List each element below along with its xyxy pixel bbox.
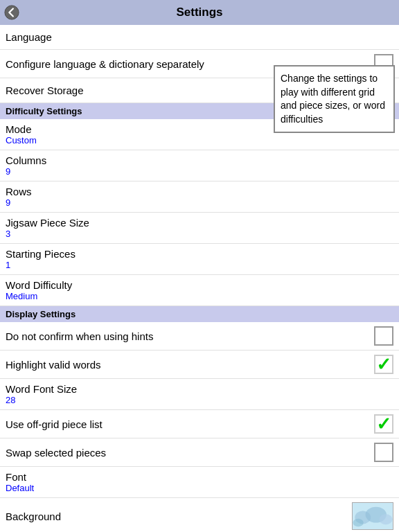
starting-pieces-value: 1 (6, 260, 76, 270)
columns-left: Columns 9 (6, 154, 46, 177)
starting-pieces-left: Starting Pieces 1 (6, 248, 76, 270)
background-right (352, 502, 393, 530)
swap-row[interactable]: Swap selected pieces (0, 438, 399, 467)
title-bar: Settings (0, 0, 399, 25)
jigsaw-left: Jigsaw Piece Size 3 (6, 217, 89, 239)
highlight-checkbox[interactable]: ✓ (374, 355, 393, 374)
background-left: Background (6, 511, 61, 522)
top-section: Language Configure language & dictionary… (0, 25, 399, 103)
off-grid-label: Use off-grid piece list (6, 418, 103, 430)
columns-value: 9 (6, 166, 46, 177)
recover-storage-label: Recover Storage (6, 85, 84, 96)
font-value: Default (6, 483, 34, 493)
background-label: Background (6, 511, 61, 522)
rows-row[interactable]: Rows 9 (0, 181, 399, 213)
word-font-size-row[interactable]: Word Font Size 28 (0, 379, 399, 410)
rows-value: 9 (6, 197, 32, 208)
word-font-size-label: Word Font Size (6, 383, 77, 395)
tooltip-box: Change the settings to play with differe… (274, 65, 395, 133)
no-confirm-label: Do not confirm when using hints (6, 330, 153, 342)
svg-point-4 (380, 514, 393, 524)
no-confirm-right (374, 326, 393, 346)
font-label: Font (6, 471, 34, 483)
word-difficulty-value: Medium (6, 291, 72, 301)
page-title: Settings (176, 6, 222, 19)
swap-label: Swap selected pieces (6, 447, 106, 459)
svg-point-0 (5, 6, 19, 19)
back-button[interactable] (4, 5, 19, 20)
word-font-size-left: Word Font Size 28 (6, 383, 77, 405)
word-difficulty-left: Word Difficulty Medium (6, 279, 72, 301)
display-section-header: Display Settings (0, 306, 399, 322)
word-difficulty-row[interactable]: Word Difficulty Medium (0, 275, 399, 306)
highlight-right: ✓ (374, 355, 393, 374)
highlight-left: Highlight valid words (6, 359, 101, 371)
font-left: Font Default (6, 471, 34, 493)
configure-language-label: Configure language & dictionary separate… (6, 58, 204, 70)
background-thumbnail-svg (353, 503, 393, 529)
off-grid-left: Use off-grid piece list (6, 418, 103, 430)
font-row[interactable]: Font Default (0, 467, 399, 498)
no-confirm-row[interactable]: Do not confirm when using hints (0, 322, 399, 351)
columns-label: Columns (6, 154, 46, 166)
swap-right (374, 443, 393, 462)
difficulty-section-label: Difficulty Settings (6, 106, 82, 116)
display-section-label: Display Settings (6, 309, 76, 319)
language-left: Language (6, 31, 52, 43)
off-grid-checkmark: ✓ (376, 415, 391, 433)
word-font-size-value: 28 (6, 395, 77, 405)
jigsaw-label: Jigsaw Piece Size (6, 217, 89, 229)
highlight-label: Highlight valid words (6, 359, 101, 371)
no-confirm-left: Do not confirm when using hints (6, 330, 153, 342)
background-thumbnail[interactable] (352, 502, 393, 530)
starting-pieces-row[interactable]: Starting Pieces 1 (0, 244, 399, 275)
off-grid-right: ✓ (374, 414, 393, 434)
rows-left: Rows 9 (6, 186, 32, 208)
mode-value: Custom (6, 135, 37, 145)
columns-row[interactable]: Columns 9 (0, 150, 399, 181)
starting-pieces-label: Starting Pieces (6, 248, 76, 260)
highlight-checkmark: ✓ (376, 355, 391, 373)
no-confirm-checkbox[interactable] (374, 326, 393, 346)
mode-left: Mode Custom (6, 123, 37, 145)
configure-language-left: Configure language & dictionary separate… (6, 58, 204, 70)
background-row[interactable]: Background (0, 498, 399, 532)
rows-label: Rows (6, 186, 32, 197)
jigsaw-row[interactable]: Jigsaw Piece Size 3 (0, 213, 399, 244)
mode-label: Mode (6, 123, 37, 135)
highlight-row[interactable]: Highlight valid words ✓ (0, 351, 399, 379)
recover-storage-left: Recover Storage (6, 85, 84, 96)
off-grid-row[interactable]: Use off-grid piece list ✓ (0, 410, 399, 438)
svg-point-5 (353, 519, 364, 526)
jigsaw-value: 3 (6, 229, 89, 239)
tooltip-text: Change the settings to play with differe… (281, 73, 385, 125)
swap-left: Swap selected pieces (6, 447, 106, 459)
word-difficulty-label: Word Difficulty (6, 279, 72, 291)
language-row[interactable]: Language (0, 25, 399, 50)
swap-checkbox[interactable] (374, 443, 393, 462)
back-icon (4, 5, 19, 20)
off-grid-checkbox[interactable]: ✓ (374, 414, 393, 434)
language-label: Language (6, 31, 52, 43)
